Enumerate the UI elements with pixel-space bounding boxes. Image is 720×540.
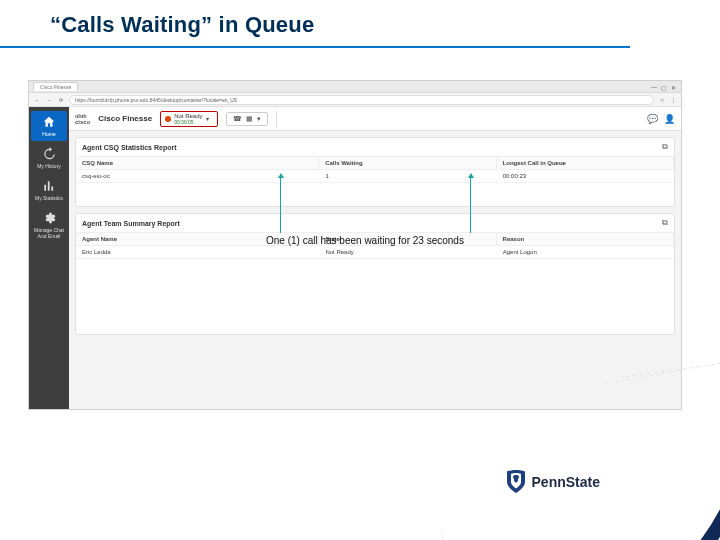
team-summary-panel: Agent Team Summary Report ⧉ Agent Name S… — [75, 213, 675, 335]
sidebar-item-label: My History — [31, 163, 67, 169]
sidebar-item-label: My Statistics — [31, 195, 67, 201]
brand-text: PennState — [532, 474, 600, 490]
agent-status-selector[interactable]: Not Ready 00:30:05 ▾ — [160, 111, 217, 127]
chart-icon — [42, 179, 56, 193]
chat-icon[interactable]: 💬 — [647, 114, 658, 124]
phone-icon: ☎ — [233, 115, 242, 123]
slide-title: “Calls Waiting” in Queue — [0, 0, 630, 48]
nav-forward-button[interactable]: → — [45, 97, 53, 103]
pennstate-shield-icon — [506, 470, 526, 493]
topbar-right: 💬 👤 — [647, 114, 675, 124]
annotation-arrow — [280, 177, 281, 233]
user-menu-icon[interactable]: 👤 — [664, 114, 675, 124]
window-close-button[interactable]: ✕ — [671, 84, 677, 90]
browser-star-icon[interactable]: ☆ — [658, 97, 666, 103]
col-header: CSQ Name — [76, 157, 319, 169]
finesse-page: Home My History My Statistics Manage Cha… — [29, 107, 681, 409]
keypad-icon: ▦ — [246, 115, 253, 123]
main-area: ıılıılıcisco Cisco Finesse Not Ready 00:… — [69, 107, 681, 409]
window-maximize-button[interactable]: ▢ — [661, 84, 667, 90]
product-name: Cisco Finesse — [98, 114, 152, 123]
col-header: Longest Call in Queue — [497, 157, 674, 169]
chevron-down-icon: ▾ — [206, 115, 209, 122]
dialpad-button[interactable]: ☎ ▦ ▾ — [226, 112, 268, 126]
browser-tabstrip: Cisco Finesse — ▢ ✕ — [29, 81, 681, 93]
longest-call-cell: 00:00:23 — [497, 170, 674, 182]
state-cell: Not Ready — [319, 246, 496, 258]
panel-title: Agent Team Summary Report — [82, 220, 180, 227]
reason-cell: Agent Logon — [497, 246, 674, 258]
sidebar-item-label: Home — [31, 131, 67, 137]
col-header: Reason — [497, 233, 674, 245]
sidebar-item-manage[interactable]: Manage Chat And Email — [31, 207, 67, 243]
csq-table-header: CSQ Name Calls Waiting Longest Call in Q… — [76, 157, 674, 170]
cisco-logo: ıılıılıcisco — [75, 113, 90, 125]
sidebar-item-home[interactable]: Home — [31, 111, 67, 141]
table-row[interactable]: Eric Ledda Not Ready Agent Logon — [76, 246, 674, 259]
address-field[interactable]: https://buzzbldcfp.phone.psu.edu:8445/de… — [69, 95, 654, 105]
separator — [276, 111, 277, 127]
sidebar-item-label: Manage Chat And Email — [31, 227, 67, 239]
status-dot-icon — [165, 116, 171, 122]
annotation-caption: One (1) call has been waiting for 23 sec… — [266, 235, 464, 246]
window-minimize-button[interactable]: — — [651, 84, 657, 90]
browser-tab[interactable]: Cisco Finesse — [33, 82, 78, 91]
panel-title: Agent CSQ Statistics Report — [82, 144, 177, 151]
window-buttons: — ▢ ✕ — [651, 84, 677, 90]
gear-icon — [42, 211, 56, 225]
status-timer: 00:30:05 — [174, 119, 193, 125]
browser-addressbar: ← → ⟳ https://buzzbldcfp.phone.psu.edu:8… — [29, 93, 681, 107]
sidebar-item-history[interactable]: My History — [31, 143, 67, 173]
popout-icon[interactable]: ⧉ — [662, 218, 668, 228]
popout-icon[interactable]: ⧉ — [662, 142, 668, 152]
nav-back-button[interactable]: ← — [33, 97, 41, 103]
annotation-arrow — [470, 177, 471, 233]
content: Agent CSQ Statistics Report ⧉ CSQ Name C… — [69, 131, 681, 409]
home-icon — [42, 115, 56, 129]
csq-statistics-panel: Agent CSQ Statistics Report ⧉ CSQ Name C… — [75, 137, 675, 207]
nav-reload-button[interactable]: ⟳ — [57, 97, 65, 103]
col-header: Calls Waiting — [319, 157, 496, 169]
chevron-down-icon: ▾ — [257, 115, 261, 123]
agent-name-cell: Eric Ledda — [76, 246, 319, 258]
history-icon — [42, 147, 56, 161]
finesse-topbar: ıılıılıcisco Cisco Finesse Not Ready 00:… — [69, 107, 681, 131]
browser-menu-icon[interactable]: ⋮ — [669, 97, 677, 103]
sidebar: Home My History My Statistics Manage Cha… — [29, 107, 69, 409]
table-row[interactable]: csq-eio-oc 1 00:00:23 — [76, 170, 674, 183]
pennstate-brand: PennState — [506, 470, 600, 493]
sidebar-item-statistics[interactable]: My Statistics — [31, 175, 67, 205]
